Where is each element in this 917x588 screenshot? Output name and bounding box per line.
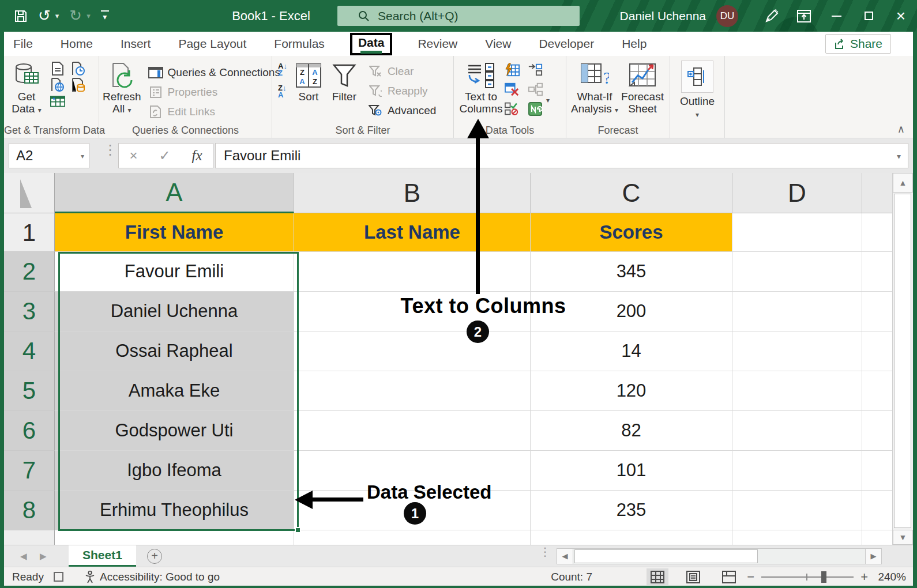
cell-a2-active[interactable]: Favour Emili [55, 252, 294, 292]
zoom-in-icon[interactable]: + [860, 567, 868, 586]
from-table-range-icon[interactable] [50, 94, 65, 108]
customize-quick-access-toolbar-icon[interactable]: ▾ [101, 10, 109, 21]
row-header-partial[interactable] [4, 530, 55, 545]
horizontal-scrollbar-thumb[interactable] [574, 549, 758, 563]
cell-a3[interactable]: Daniel Uchenna [55, 292, 294, 331]
user-name[interactable]: Daniel Uchenna [620, 9, 706, 23]
ribbon-display-options-icon[interactable] [788, 0, 820, 32]
remove-duplicates-icon[interactable] [505, 82, 520, 96]
expand-formula-bar-icon[interactable]: ▾ [897, 144, 901, 169]
row-header-1[interactable]: 1 [4, 213, 55, 252]
clear-filter-button[interactable]: Clear [368, 62, 437, 81]
cell-e7[interactable] [862, 451, 893, 491]
cell-c4[interactable]: 14 [531, 331, 732, 371]
collapse-ribbon-icon[interactable]: ∧ [897, 123, 905, 135]
cell-b6[interactable] [294, 411, 531, 451]
insert-function-icon[interactable]: fx [191, 148, 202, 164]
cell-d2[interactable] [732, 252, 862, 292]
row-header-3[interactable]: 3 [4, 292, 55, 331]
redo-dropdown-icon[interactable]: ▾ [87, 12, 91, 20]
forecast-sheet-button[interactable]: ForecastSheet [619, 58, 666, 115]
zoom-level[interactable]: 240% [878, 567, 906, 586]
tab-formulas[interactable]: Formulas [272, 36, 327, 52]
cell-e4[interactable] [862, 331, 893, 371]
cell-d4[interactable] [732, 331, 862, 371]
formula-bar-handle-icon[interactable]: ⋮ [103, 144, 117, 156]
from-web-icon[interactable] [50, 78, 65, 92]
name-box-dropdown-icon[interactable]: ▾ [81, 144, 84, 169]
tab-data[interactable]: Data [350, 33, 393, 55]
cell-d8[interactable] [732, 491, 862, 530]
tab-home[interactable]: Home [58, 36, 95, 52]
zoom-track[interactable] [761, 576, 854, 578]
cell-e8[interactable] [862, 491, 893, 530]
status-count[interactable]: Count: 7 [551, 567, 592, 586]
recent-sources-icon[interactable] [71, 62, 86, 76]
zoom-slider[interactable]: − + [747, 567, 868, 586]
cell-c8[interactable]: 235 [531, 491, 732, 530]
cell-e9-partial[interactable] [862, 530, 893, 545]
consolidate-icon[interactable] [528, 63, 543, 77]
edit-links-button[interactable]: Edit Links [148, 102, 280, 122]
formula-input[interactable]: Favour Emili ▾ [215, 143, 908, 168]
page-break-preview-icon[interactable] [718, 568, 740, 585]
enter-icon[interactable]: ✓ [159, 148, 170, 164]
vertical-scrollbar-thumb[interactable] [894, 194, 911, 528]
scroll-up-icon[interactable]: ▲ [893, 173, 913, 193]
zoom-thumb[interactable] [821, 571, 826, 583]
cell-c5[interactable]: 120 [531, 371, 732, 411]
relationships-icon[interactable] [528, 82, 543, 96]
scroll-left-icon[interactable]: ◀ [557, 549, 573, 564]
coming-soon-pen-icon[interactable] [756, 0, 788, 32]
cell-b9-partial[interactable] [294, 530, 531, 545]
cell-d6[interactable] [732, 411, 862, 451]
cell-e2[interactable] [862, 252, 893, 292]
cell-e6[interactable] [862, 411, 893, 451]
cell-c1[interactable]: Scores [531, 213, 732, 252]
filter-button[interactable]: Filter [326, 58, 362, 103]
avatar[interactable]: DU [716, 5, 738, 27]
tab-page-layout[interactable]: Page Layout [176, 36, 249, 52]
column-header-b[interactable]: B [294, 173, 531, 213]
accessibility-status[interactable]: Accessibility: Good to go [85, 567, 220, 586]
new-sheet-button[interactable]: + [147, 549, 162, 564]
cell-a7[interactable]: Igbo Ifeoma [55, 451, 294, 491]
scrollbar-resize-handle-icon[interactable]: ⋮ [539, 548, 547, 556]
cell-a6[interactable]: Godspower Uti [55, 411, 294, 451]
close-button[interactable]: × [885, 0, 917, 32]
from-database-icon[interactable] [71, 78, 86, 92]
row-header-4[interactable]: 4 [4, 331, 55, 371]
queries-connections-button[interactable]: Queries & Connections [148, 63, 280, 82]
column-header-a[interactable]: A [55, 173, 294, 213]
page-layout-view-icon[interactable] [682, 568, 704, 585]
minimize-button[interactable] [820, 0, 852, 32]
cell-d5[interactable] [732, 371, 862, 411]
column-header-d[interactable]: D [732, 173, 862, 213]
cell-b5[interactable] [294, 371, 531, 411]
row-header-2[interactable]: 2 [4, 252, 55, 292]
cell-a9-partial[interactable] [55, 530, 294, 545]
scroll-down-icon[interactable]: ▼ [893, 530, 913, 545]
column-header-c[interactable]: C [531, 173, 732, 213]
cell-c9-partial[interactable] [531, 530, 732, 545]
tab-help[interactable]: Help [619, 36, 649, 52]
tab-file[interactable]: File [11, 36, 35, 52]
data-validation-icon[interactable] [505, 102, 520, 116]
properties-button[interactable]: Properties [148, 82, 280, 102]
tab-developer[interactable]: Developer [536, 36, 596, 52]
sort-button[interactable]: ZAAZ Sort [291, 58, 326, 103]
sheet-nav-next-icon[interactable]: ▶ [40, 545, 47, 567]
cell-d7[interactable] [732, 451, 862, 491]
cell-c7[interactable]: 101 [531, 451, 732, 491]
refresh-all-button[interactable]: Refresh All ▾ [103, 58, 141, 116]
fill-handle[interactable] [295, 527, 301, 533]
column-header-partial[interactable] [862, 173, 893, 213]
row-header-5[interactable]: 5 [4, 371, 55, 411]
reapply-filter-button[interactable]: Reapply [368, 81, 437, 101]
cell-d1[interactable] [732, 213, 862, 252]
cell-a5[interactable]: Amaka Eke [55, 371, 294, 411]
row-header-6[interactable]: 6 [4, 411, 55, 451]
tab-insert[interactable]: Insert [118, 36, 153, 52]
data-validation-dropdown-icon[interactable]: ▾ [546, 96, 550, 104]
redo-icon[interactable]: ↻ [69, 0, 82, 32]
